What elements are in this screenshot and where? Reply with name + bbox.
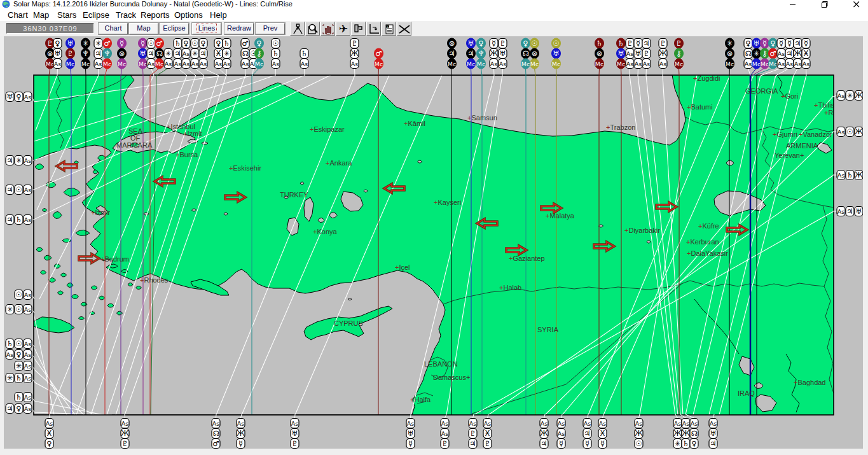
menu-item-chart[interactable]: Chart: [5, 10, 31, 20]
menu-item-eclipse[interactable]: Eclipse: [80, 10, 112, 20]
badge-glyph: ☊: [745, 49, 751, 58]
badge-glyph: ⚷: [256, 49, 261, 58]
travel-plane-icon[interactable]: ✈: [336, 22, 350, 36]
planet-line-stack-top: ♂☊As: [241, 39, 249, 76]
maximize-button[interactable]: [815, 0, 834, 9]
map-label: +Kerburan: [686, 238, 719, 246]
badge-glyph: ♃: [469, 439, 476, 448]
badge-glyph: ♅: [67, 39, 73, 48]
badge-glyph: As: [242, 60, 249, 67]
line-connector: [502, 68, 503, 76]
menu-item-stars[interactable]: Stars: [55, 10, 79, 20]
badge-glyph: As: [24, 405, 31, 412]
chart-button[interactable]: Chart: [99, 23, 128, 34]
map-label: +DalaYakasir: [687, 249, 728, 257]
line-connector: [49, 68, 50, 76]
badge-glyph: ♃: [710, 439, 716, 448]
planet-line-group-left: ☉As: [15, 290, 34, 300]
astro-map[interactable]: +ZugdidiGEORGIA+Gori+Tbilis+Ru+Batumi+Tr…: [0, 36, 868, 455]
lines-button[interactable]: Lines: [192, 23, 221, 34]
badge-glyph: ♀: [216, 39, 221, 48]
eclipse-button[interactable]: Eclipse: [160, 23, 189, 34]
menu-item-help[interactable]: Help: [207, 10, 230, 20]
badge-glyph: As: [191, 60, 198, 67]
compass-tool-icon[interactable]: [290, 22, 305, 36]
badge-glyph: Mc: [595, 60, 603, 67]
map-label: +Batumi: [687, 103, 713, 111]
badge-glyph: ♅: [467, 39, 474, 48]
badge-glyph: ♃: [846, 207, 853, 216]
badge-glyph: ☿: [120, 39, 124, 48]
badge-glyph: ♀: [478, 39, 483, 48]
redraw-button[interactable]: Redraw: [224, 23, 254, 34]
planet-line-stack-bottom: AsЖ♄: [680, 414, 690, 449]
badge-glyph: Mc: [448, 60, 456, 67]
badge-glyph: As: [558, 430, 565, 437]
menu-item-reports[interactable]: Reports: [138, 10, 172, 20]
paint-roller-icon[interactable]: [351, 22, 366, 36]
badge-glyph: ☉: [15, 305, 22, 314]
planet-line-stack-bottom: As♃☿: [583, 414, 591, 449]
svg-text:✈: ✈: [338, 23, 347, 35]
map-label: +Küfre: [698, 222, 719, 230]
map-label: +Konya: [313, 228, 338, 235]
menu-item-map[interactable]: Map: [31, 10, 52, 20]
line-connector: [481, 68, 483, 76]
map-button[interactable]: Map: [129, 23, 158, 34]
planet-line-group-left: ♃♄As: [6, 215, 34, 225]
badge-glyph: As: [490, 60, 497, 67]
line-connector: [355, 68, 355, 76]
close-button[interactable]: [847, 0, 866, 9]
menu-item-track[interactable]: Track: [113, 10, 139, 20]
badge-glyph: ☉: [846, 127, 853, 136]
badge-glyph: ☿: [600, 439, 605, 448]
prev-button[interactable]: Prev: [256, 23, 285, 34]
badge-glyph: ♄: [223, 39, 230, 48]
badge-glyph: As: [407, 420, 414, 427]
planet-line-stack-top: ☉♅Mc: [552, 38, 561, 76]
badge-glyph: ♇: [675, 39, 682, 48]
line-connector: [378, 68, 379, 76]
axes-tool-icon[interactable]: [366, 22, 381, 36]
badge-glyph: Mc: [375, 60, 383, 67]
planet-line-group-right: As♄Ж: [833, 171, 863, 180]
line-connector: [219, 68, 227, 76]
pan-hand-icon[interactable]: [320, 22, 335, 36]
map-label: +Gjumri: [773, 130, 797, 138]
menu-item-options[interactable]: Options: [172, 10, 205, 20]
badge-glyph: As: [24, 394, 31, 401]
badge-glyph: ⊗: [727, 49, 733, 58]
badge-glyph: Ӿ: [600, 429, 605, 438]
lake: [364, 190, 368, 192]
planet-line-stack-bottom: AsӾ☿: [598, 414, 607, 449]
planet-line-stack-top: ♀☊Mc: [521, 38, 530, 76]
badge-glyph: ♆: [82, 49, 88, 58]
lines-cross-icon[interactable]: [397, 22, 411, 36]
planet-line-group-right: As♃♅: [833, 207, 863, 216]
badge-glyph: Mc: [46, 60, 54, 67]
line-connector: [599, 68, 600, 76]
badge-glyph: As: [200, 60, 207, 67]
minimize-button[interactable]: [783, 0, 803, 9]
planet-line-stack-top: ♅♃Mc: [467, 38, 476, 76]
planet-line-group-left: ♄As: [15, 393, 34, 402]
badge-glyph: ✳: [95, 39, 102, 48]
planet-line-stack-top: ☿ӾAs: [802, 39, 810, 76]
line-connector: [411, 414, 411, 418]
badge-glyph: Ж: [673, 429, 682, 438]
badge-glyph: As: [46, 420, 53, 427]
line-connector: [71, 68, 72, 76]
badge-glyph: As: [24, 340, 31, 347]
planet-line-stack-bottom: AsAs♇: [441, 414, 449, 449]
badge-glyph: ☿: [762, 39, 767, 48]
badge-glyph: ♀: [183, 39, 188, 48]
info-report-icon[interactable]: i: [382, 22, 396, 36]
badge-glyph: As: [499, 60, 506, 67]
badge-glyph: ☊: [212, 429, 219, 438]
badge-glyph: Ж: [794, 49, 802, 58]
badge-glyph: As: [541, 420, 548, 427]
lake: [144, 213, 149, 215]
lake: [300, 182, 304, 185]
map-label: +Halab: [499, 284, 521, 291]
zoom-tool-icon[interactable]: [305, 22, 320, 36]
